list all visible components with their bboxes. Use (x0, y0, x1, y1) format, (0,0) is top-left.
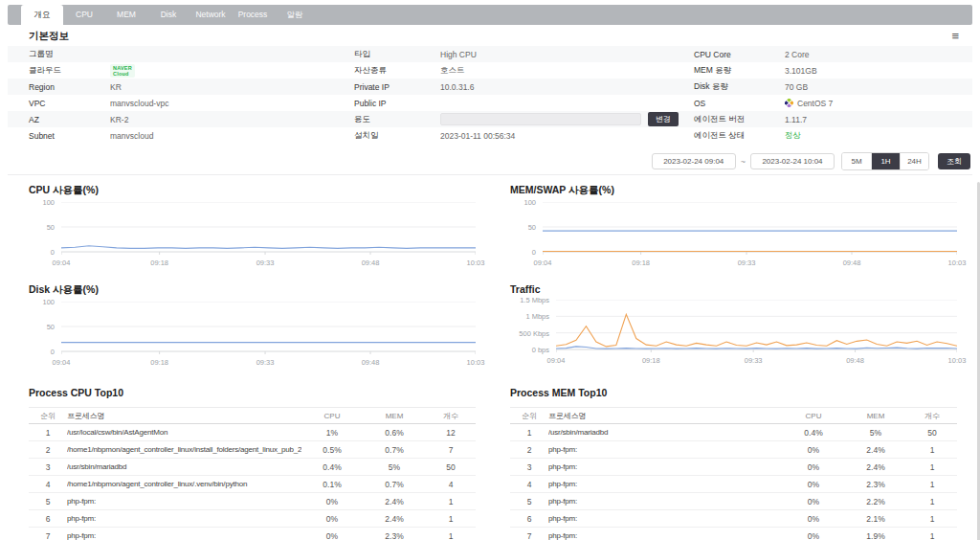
search-button[interactable]: 조회 (938, 153, 970, 169)
table-cell: 0% (783, 462, 844, 472)
purpose-input[interactable] (440, 113, 641, 125)
basic-info-title: 기본정보 (29, 31, 69, 41)
table-cell: 12 (426, 428, 476, 438)
table-cell: 1 (426, 497, 476, 506)
date-to-input[interactable] (750, 153, 835, 169)
info-label: 그룹명 (29, 49, 110, 60)
table-row: 6php-fpm:0%2.1%1 (510, 510, 957, 528)
table-cell: 1 (907, 462, 957, 472)
logo-line-2: Cloud (113, 71, 132, 77)
chart-cpu-usage: CPU 사용률(%)05010009:0409:1809:3309:4810:0… (29, 184, 476, 268)
table-cell: /usr/sbin/mariadbd (67, 462, 301, 471)
table-header-cell: 프로세스명 (548, 411, 783, 421)
tab-cpu[interactable]: CPU (63, 5, 105, 25)
chart-plot[interactable]: 0 bps500 Kbps1 Mbps1.5 Mbps (556, 300, 957, 353)
tab-bar: 개요CPUMEMDiskNetworkProcess알람 (8, 5, 972, 25)
tab-network[interactable]: Network (189, 5, 232, 25)
table-row: 5php-fpm:0%2.4%1 (29, 493, 476, 510)
table-cell: 1 (426, 514, 476, 524)
table-cell: 1.9% (844, 531, 907, 540)
table-row: 7php-fpm:0%2.3%1 (29, 528, 476, 540)
table-cell: 1% (301, 428, 363, 438)
info-label: CPU Core (694, 50, 785, 59)
table-cell: 0.7% (363, 480, 426, 489)
chart-title: Disk 사용률(%) (29, 283, 476, 297)
x-axis-label: 09:33 (256, 358, 275, 367)
info-value: 2 Core (785, 50, 951, 59)
table-cell: php-fpm: (67, 531, 301, 540)
x-axis-label: 09:48 (846, 356, 864, 365)
info-row: 그룹명타입High CPUCPU Core2 Core (8, 46, 972, 62)
info-value: KR-2 (110, 115, 354, 124)
info-label: Region (29, 82, 110, 92)
info-value-text: High CPU (440, 50, 477, 59)
tab-mem[interactable]: MEM (105, 5, 147, 25)
date-from-input[interactable] (652, 153, 736, 169)
table-cell: 0% (301, 497, 363, 506)
range-button-24h[interactable]: 24H (900, 153, 928, 169)
table-cell: 7 (29, 531, 67, 540)
table-cell: 4 (510, 480, 548, 489)
chart-plot[interactable]: 050100 (543, 202, 957, 256)
table-cell: 1 (907, 480, 957, 489)
info-value: 정상 (785, 130, 951, 142)
x-axis-label: 09:48 (843, 259, 861, 267)
hamburger-menu-icon[interactable]: ≡ (951, 31, 959, 41)
tab-disk[interactable]: Disk (147, 5, 189, 25)
range-button-1h[interactable]: 1H (871, 153, 900, 169)
table-cell: 0% (783, 480, 844, 489)
range-button-5m[interactable]: 5M (842, 153, 871, 169)
table-cell: 2 (510, 445, 548, 455)
chart-disk-usage: Disk 사용률(%)05010009:0409:1809:3309:4810:… (29, 283, 476, 368)
x-axis-label: 09:18 (150, 259, 168, 267)
table-row: 1/usr/local/csw/bin/AstAgentMon1%0.6%12 (29, 424, 476, 441)
table-cell: 2.3% (363, 531, 426, 540)
table-cell: 1 (907, 514, 957, 524)
table-cell: 0.4% (301, 462, 363, 472)
table-row: 2/home1/nbpmon/agent_controller_linux/in… (29, 441, 476, 459)
table-header-cell: 개수 (426, 411, 476, 421)
info-value-text: 1.11.7 (785, 115, 807, 124)
chart-plot[interactable]: 050100 (61, 202, 476, 256)
table-cell: 50 (907, 428, 957, 438)
info-value: 1.11.7 (785, 115, 951, 124)
table-row: 1/usr/sbin/mariadbd0.4%5%50 (510, 424, 957, 441)
table-cell: /usr/local/csw/bin/AstAgentMon (67, 428, 301, 437)
table-cell: 5 (510, 497, 548, 506)
table-row: 3php-fpm:0%2.4%1 (510, 459, 957, 476)
table-row: 2php-fpm:0%2.4%1 (510, 441, 957, 459)
info-value: 3.101GB (785, 66, 951, 76)
y-axis-label: 0 (510, 248, 536, 257)
info-value-text: 2023-01-11 00:56:34 (440, 131, 515, 141)
x-axis-label: 10:03 (948, 356, 967, 365)
chart-plot[interactable]: 050100 (61, 302, 476, 355)
x-axis-label: 09:33 (738, 259, 756, 267)
process-tables: Process CPU Top10순위프로세스명CPUMEM개수1/usr/lo… (0, 383, 980, 540)
tab-alarm[interactable]: 알람 (274, 5, 316, 25)
table-cell: 5 (29, 497, 67, 506)
change-button[interactable]: 변경 (648, 112, 679, 126)
info-value: NAVERCloud (110, 64, 354, 78)
table-cell: php-fpm: (548, 480, 783, 488)
basic-info-header: 기본정보 ≡ (8, 25, 972, 46)
table-header-cell: CPU (301, 412, 363, 420)
table-cell: 0% (783, 514, 844, 524)
table-cell: 2.4% (363, 514, 426, 524)
tab-overview[interactable]: 개요 (21, 5, 63, 25)
table-cell: 7 (426, 445, 476, 455)
table-row: 4/home1/nbpmon/agent_controller_linux/.v… (29, 476, 476, 493)
table-header-cell: MEM (844, 412, 907, 420)
y-axis-label: 50 (29, 323, 55, 331)
table-header-cell: 순위 (510, 411, 548, 421)
y-axis-label: 0 bps (510, 346, 549, 354)
chart-title: MEM/SWAP 사용률(%) (510, 184, 957, 197)
x-axis-label: 09:04 (53, 259, 71, 267)
info-value-text: manvscloud-vpc (110, 99, 168, 108)
agent-status-value: 정상 (785, 130, 801, 142)
table-cell: 2.4% (363, 497, 426, 506)
tab-process[interactable]: Process (232, 5, 274, 25)
table-row: 4php-fpm:0%2.3%1 (510, 476, 957, 493)
chart-title: Traffic (510, 283, 957, 295)
chart-title: CPU 사용률(%) (29, 184, 476, 197)
info-value: 10.0.31.6 (440, 82, 694, 92)
